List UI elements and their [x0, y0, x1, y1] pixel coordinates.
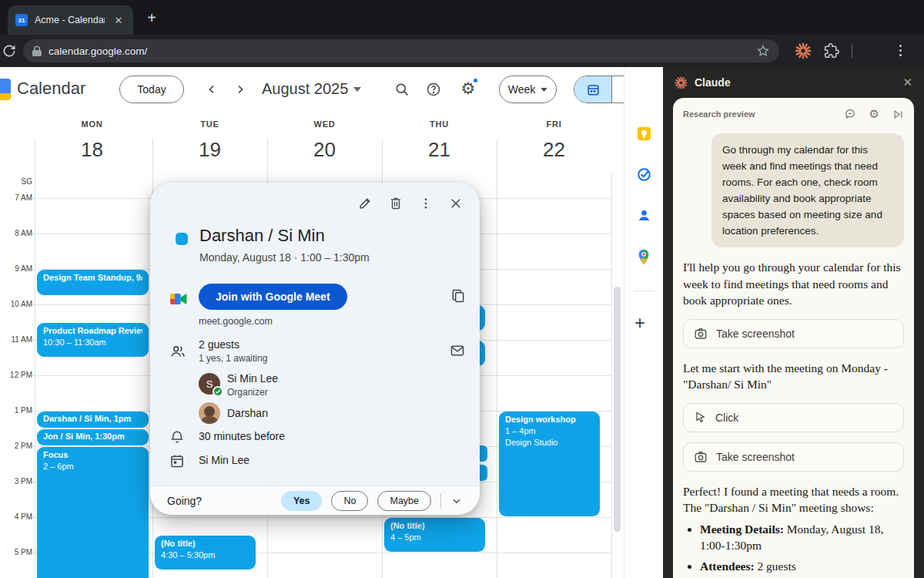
organizer-avatar: S — [199, 373, 220, 395]
search-icon[interactable] — [394, 82, 410, 97]
claude-bullet-list: Meeting Details: Monday, August 18, 1:00… — [689, 521, 904, 578]
action-label: Click — [715, 412, 738, 424]
camera-icon — [694, 327, 708, 341]
browser-chrome: 31 Acme - Calendar ✕ + calendar.google.c… — [0, 0, 924, 67]
join-meet-button[interactable]: Join with Google Meet — [199, 284, 347, 310]
new-tab-button[interactable]: + — [143, 9, 160, 26]
bookmark-star-icon[interactable] — [756, 44, 770, 58]
notification-bell-icon — [169, 429, 185, 445]
timezone-label: SG — [2, 177, 32, 186]
notification-setting: 30 minutes before — [199, 430, 285, 442]
rail-divider — [634, 291, 654, 291]
day-header[interactable]: FRI22 — [497, 119, 611, 162]
reload-icon[interactable] — [2, 43, 17, 59]
calendar-event[interactable]: Focus2 – 6pm — [37, 447, 149, 578]
period-selector[interactable]: August 2025 — [262, 80, 361, 98]
toolbar-separator — [852, 44, 852, 58]
edit-pencil-icon[interactable] — [358, 196, 373, 210]
time-label: 5 PM — [2, 548, 32, 556]
grid-scrollbar[interactable] — [614, 287, 621, 532]
tab-close-icon[interactable]: ✕ — [112, 13, 126, 27]
help-icon[interactable] — [426, 82, 441, 97]
close-icon[interactable] — [449, 197, 463, 210]
action-label: Take screenshot — [716, 451, 795, 463]
copy-icon[interactable] — [450, 288, 466, 304]
view-selector[interactable]: Week — [499, 76, 557, 103]
browser-tab[interactable]: 31 Acme - Calendar ✕ — [8, 5, 133, 35]
day-separator — [497, 139, 497, 173]
rsvp-footer: Going? Yes No Maybe — [150, 486, 480, 515]
day-header[interactable]: WED20 — [267, 119, 382, 162]
organizer-role: Organizer — [227, 387, 268, 398]
claude-title: Claude — [695, 76, 731, 89]
view-label: Week — [508, 83, 536, 96]
collapse-panel-icon[interactable] — [892, 109, 904, 120]
calendar-header: Calendar Today August 2025 ⚙ Week — [0, 67, 663, 112]
day-header[interactable]: MON18 — [35, 119, 149, 162]
day-number[interactable]: 20 — [267, 138, 382, 162]
take-screenshot-action[interactable]: Take screenshot — [683, 442, 904, 472]
day-number[interactable]: 21 — [382, 138, 497, 162]
calendar-view-toggle[interactable] — [574, 76, 612, 102]
google-meet-icon — [169, 289, 189, 309]
calendar-owner-icon — [169, 453, 185, 469]
day-header[interactable]: TUE19 — [152, 119, 267, 162]
calendar-event[interactable]: Design Team Standup, 9am — [37, 270, 149, 295]
claude-bullet: Meeting Details: Monday, August 18, 1:00… — [700, 521, 904, 554]
notification-dot — [473, 78, 478, 83]
calendar-event[interactable]: Design workshop1 – 4pmDesign Studio — [499, 412, 600, 516]
settings-gear-icon[interactable]: ⚙ — [459, 79, 477, 98]
more-options-icon[interactable] — [419, 197, 433, 210]
claude-message: Let me start with the meeting on Monday … — [683, 360, 904, 393]
calendar-event[interactable]: Jon / Si Min, 1:30pm — [37, 429, 149, 445]
rsvp-maybe-button[interactable]: Maybe — [377, 491, 431, 511]
rsvp-no-button[interactable]: No — [331, 491, 368, 511]
cursor-icon — [694, 411, 707, 424]
time-label: 1 PM — [2, 406, 32, 415]
tasks-icon[interactable] — [636, 166, 652, 183]
accepted-check-badge — [213, 386, 223, 397]
get-add-ons-icon[interactable]: + — [634, 312, 645, 334]
click-action[interactable]: Click — [683, 403, 904, 432]
take-screenshot-action[interactable]: Take screenshot — [683, 319, 904, 348]
day-number[interactable]: 22 — [497, 138, 611, 162]
time-label: 3 PM — [2, 477, 32, 486]
tab-title: Acme - Calendar — [35, 15, 105, 25]
calendar-event[interactable]: (No title)4 – 5pm — [384, 518, 485, 552]
day-separator — [35, 139, 35, 173]
next-chevron-icon[interactable] — [233, 82, 247, 96]
maps-icon[interactable] — [636, 249, 651, 265]
time-label: 7 AM — [2, 193, 32, 202]
address-bar[interactable]: calendar.google.com/ — [23, 39, 779, 62]
claude-close-icon[interactable]: ✕ — [902, 76, 912, 89]
calendar-event[interactable]: Product Roadmap Review10:30 – 11:30am — [37, 323, 149, 357]
time-label: 10 AM — [2, 300, 32, 308]
delete-trash-icon[interactable] — [389, 196, 403, 210]
event-color-chip — [176, 233, 188, 245]
day-name: WED — [267, 119, 382, 129]
day-number[interactable]: 19 — [152, 138, 267, 162]
claude-settings-icon[interactable]: ⚙ — [869, 108, 879, 120]
day-name: TUE — [152, 119, 267, 129]
time-label: 11 AM — [2, 335, 32, 344]
day-name: MON — [35, 119, 149, 129]
day-header[interactable]: THU21 — [382, 119, 497, 162]
day-number[interactable]: 18 — [35, 138, 149, 162]
extensions-puzzle-icon[interactable] — [824, 43, 839, 59]
day-separator — [152, 139, 153, 173]
new-chat-icon[interactable] — [844, 108, 856, 120]
claude-extension-icon[interactable] — [795, 42, 812, 59]
organizer-initial: S — [206, 378, 213, 390]
url-text: calendar.google.com/ — [49, 45, 749, 57]
today-button[interactable]: Today — [119, 76, 184, 103]
rsvp-expand-chevron-icon[interactable] — [450, 495, 463, 507]
prev-chevron-icon[interactable] — [205, 82, 219, 96]
browser-menu-icon[interactable] — [899, 45, 902, 56]
calendar-event[interactable]: Darshan / Si Min, 1pm — [37, 412, 149, 428]
claude-starburst-icon — [675, 76, 688, 89]
rsvp-yes-button[interactable]: Yes — [281, 491, 323, 511]
contacts-icon[interactable] — [636, 207, 652, 223]
email-guests-icon[interactable] — [450, 343, 465, 358]
keep-icon[interactable] — [636, 126, 652, 142]
calendar-event[interactable]: (No title)4:30 – 5:30pm — [155, 536, 256, 570]
